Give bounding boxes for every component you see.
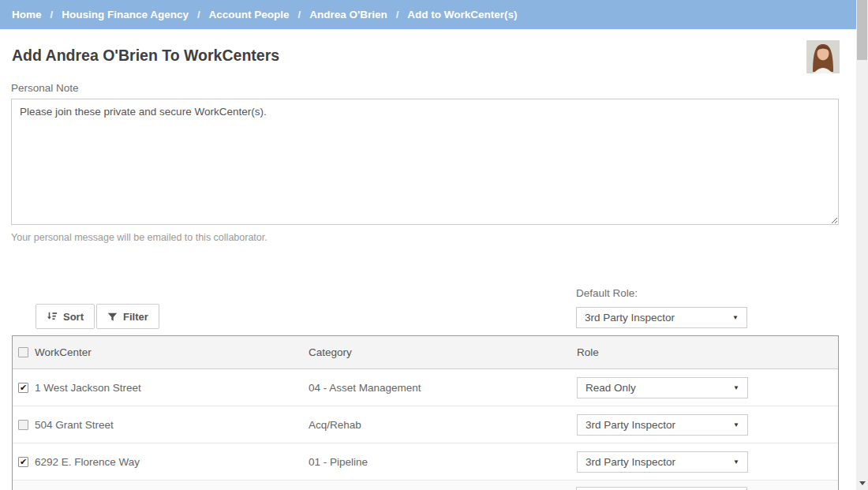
breadcrumb-item[interactable]: Andrea O'Brien xyxy=(309,9,387,21)
default-role-select-value: 3rd Party Inspector xyxy=(585,312,675,324)
chevron-down-icon: ▼ xyxy=(733,384,739,391)
sort-button-label: Sort xyxy=(63,311,84,323)
filter-button-label: Filter xyxy=(123,311,148,323)
workcenter-category: 04 - Asset Management xyxy=(297,382,565,394)
breadcrumb-separator: / xyxy=(51,9,54,21)
sort-button[interactable]: Sort xyxy=(36,304,95,329)
role-select[interactable]: 3rd Party Inspector▼ xyxy=(577,414,748,436)
workcenter-category: Acq/Rehab xyxy=(297,419,565,431)
row-checkbox[interactable]: ✔ xyxy=(18,457,28,467)
role-select[interactable] xyxy=(576,487,747,490)
role-select-value: Read Only xyxy=(586,382,636,394)
scrollbar-thumb[interactable] xyxy=(857,0,867,60)
default-role-select[interactable]: 3rd Party Inspector ▼ xyxy=(576,307,747,328)
vertical-scrollbar[interactable] xyxy=(856,0,868,490)
breadcrumb-separator: / xyxy=(298,9,301,21)
column-header-role: Role xyxy=(565,346,838,358)
chevron-down-icon: ▼ xyxy=(733,458,739,466)
workcenter-table: WorkCenter Category Role ✔1 West Jackson… xyxy=(12,335,839,490)
table-header-row: WorkCenter Category Role xyxy=(13,336,838,369)
role-select-value: 3rd Party Inspector xyxy=(586,456,675,468)
page-title: Add Andrea O'Brien To WorkCenters xyxy=(12,47,279,65)
breadcrumb-separator: / xyxy=(197,9,200,21)
personal-note-textarea[interactable]: Please join these private and secure Wor… xyxy=(11,99,839,225)
table-row: ✔6292 E. Florence Way01 - Pipeline3rd Pa… xyxy=(13,443,838,481)
role-select[interactable]: 3rd Party Inspector▼ xyxy=(577,451,748,473)
default-role-label: Default Role: xyxy=(576,287,638,299)
workcenter-name: 1 West Jackson Street xyxy=(35,382,141,394)
personal-note-label: Personal Note xyxy=(11,82,79,94)
breadcrumb-separator: / xyxy=(396,9,399,21)
breadcrumb-item[interactable]: Home xyxy=(12,9,42,21)
workcenter-name: 6292 E. Florence Way xyxy=(35,456,140,468)
breadcrumb-item[interactable]: Housing Finance Agency xyxy=(62,9,189,21)
row-checkbox[interactable]: ✔ xyxy=(18,383,28,393)
breadcrumb-item[interactable]: Account People xyxy=(209,9,290,21)
breadcrumb: Home/Housing Finance Agency/Account Peop… xyxy=(0,0,856,29)
table-row-partial xyxy=(13,481,838,490)
table-body: ✔1 West Jackson Street04 - Asset Managem… xyxy=(13,369,838,481)
scrollbar-down-arrow[interactable] xyxy=(856,477,868,488)
table-row: 504 Grant StreetAcq/Rehab3rd Party Inspe… xyxy=(13,406,838,443)
column-header-category: Category xyxy=(297,346,565,358)
role-select-value: 3rd Party Inspector xyxy=(586,419,675,431)
select-all-checkbox[interactable] xyxy=(18,347,28,357)
sort-icon xyxy=(47,311,58,322)
filter-button[interactable]: Filter xyxy=(96,304,159,329)
row-checkbox[interactable] xyxy=(18,420,28,430)
filter-icon xyxy=(107,312,118,322)
column-header-workcenter: WorkCenter xyxy=(35,346,92,358)
workcenter-category: 01 - Pipeline xyxy=(297,456,565,468)
workcenter-name: 504 Grant Street xyxy=(35,419,114,431)
breadcrumb-item: Add to WorkCenter(s) xyxy=(407,9,517,21)
chevron-down-icon: ▼ xyxy=(732,314,739,321)
personal-note-helper: Your personal message will be emailed to… xyxy=(11,232,268,243)
avatar-portrait-icon xyxy=(806,40,840,73)
user-avatar xyxy=(806,40,840,73)
chevron-down-icon: ▼ xyxy=(733,421,739,428)
table-row: ✔1 West Jackson Street04 - Asset Managem… xyxy=(13,369,838,406)
role-select[interactable]: Read Only▼ xyxy=(577,377,748,398)
